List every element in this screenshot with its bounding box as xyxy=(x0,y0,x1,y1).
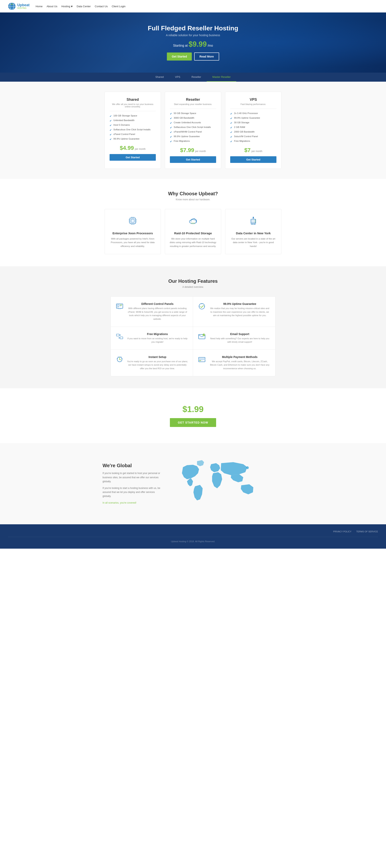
why-card-datacenter: Data Center in New York Our servers are … xyxy=(225,209,282,254)
feature-reseller-3: ✔ Create Unlimited Accounts xyxy=(170,121,216,124)
feature-reseller-7: ✔ Free Migrations xyxy=(170,140,216,143)
feature-title-3: Email Support xyxy=(209,333,270,336)
nav-datacenter[interactable]: Data Center xyxy=(76,5,91,8)
get-started-reseller[interactable]: Get Started xyxy=(170,156,216,163)
uptime-icon xyxy=(198,302,206,311)
navbar: Upbeat HOSTING Home About Us Hosting ▾ D… xyxy=(0,0,386,12)
feature-vps-2: ✔ 99.9% Uptime Guarantee xyxy=(230,117,277,120)
svg-rect-35 xyxy=(120,305,122,305)
why-section: Why Choose Upbeat? Know more about our h… xyxy=(0,179,386,266)
pricing-card-vps: VPS Fast blazing performance. ✔ 2x 3.40 … xyxy=(225,92,282,169)
feature-reseller-6: ✔ 99.9% Uptime Guarantee xyxy=(170,135,216,138)
why-card-title-1: Raid-10 Protected Storage xyxy=(169,231,217,235)
check-icon: ✔ xyxy=(230,140,232,143)
nav-login[interactable]: Client Login xyxy=(112,5,126,8)
nav-hosting[interactable]: Hosting ▾ xyxy=(61,4,72,8)
footer: PRIVACY POLICY TERMS OF SERVICE Upbeat H… xyxy=(0,524,386,549)
tab-shared[interactable]: Shared xyxy=(150,72,169,82)
feature-vps-3: ✔ 30 GB Storage xyxy=(230,121,277,124)
global-title: We're Global xyxy=(102,463,163,468)
cta-price: $1.99 xyxy=(8,404,378,414)
global-inner: We're Global If you're looking to get st… xyxy=(102,455,284,512)
check-icon: ✔ xyxy=(170,140,172,143)
feature-vps-6: ✔ SolusVM Control Panel xyxy=(230,135,277,138)
why-card-desc-2: Our servers are located in a state of th… xyxy=(229,237,277,248)
check-icon: ✔ xyxy=(109,133,112,136)
why-cards: Enterprise Xeon Processors With all pack… xyxy=(102,209,284,254)
tab-master-reseller[interactable]: Master Reseller xyxy=(207,72,236,82)
processor-icon xyxy=(109,215,157,228)
why-subtitle: Know more about our hardware. xyxy=(8,198,378,201)
price-prefix: Starting at xyxy=(173,44,188,47)
feature-uptime: 99.9% Uptime Guarantee We realize that y… xyxy=(193,297,275,327)
setup-icon xyxy=(116,355,124,364)
svg-rect-50 xyxy=(201,360,202,361)
feature-shared-4: ✔ Softaculous One Click Script Installs xyxy=(109,128,156,131)
cta-button[interactable]: GET STARTED NOW xyxy=(170,418,216,427)
card-subtitle-shared: We offer all you need to run your busine… xyxy=(109,103,156,108)
feature-vps-5: ✔ 2000 GB Bandwidth xyxy=(230,130,277,134)
feature-shared-6: ✔ 99.9% Uptime Guarantee xyxy=(109,137,156,141)
feature-title-4: Instant Setup xyxy=(127,355,188,359)
get-started-button[interactable]: Get Started xyxy=(167,53,192,61)
check-icon: ✔ xyxy=(230,121,232,124)
price-amount: $9.99 xyxy=(189,40,207,48)
features-subtitle: A detailed overview. xyxy=(8,286,378,288)
check-icon: ✔ xyxy=(170,135,172,138)
feature-vps-4: ✔ 2 GB RAM xyxy=(230,126,277,129)
global-link[interactable]: In all scenarios, you're covered! xyxy=(102,501,136,504)
hero-title: Full Fledged Reseller Hosting xyxy=(148,25,238,32)
check-icon: ✔ xyxy=(170,112,172,115)
global-desc-1: If you're looking to get started to host… xyxy=(102,471,163,484)
footer-privacy[interactable]: PRIVACY POLICY xyxy=(333,530,351,533)
tab-reseller[interactable]: Reseller xyxy=(186,72,207,82)
feature-reseller-5: ✔ cPanel/WHM Control Panel xyxy=(170,130,216,134)
get-started-vps[interactable]: Get Started xyxy=(230,156,277,163)
svg-point-45 xyxy=(203,334,205,336)
feature-desc-5: We accept PayPal, credit cards, Bitcoin,… xyxy=(209,360,270,370)
svg-rect-43 xyxy=(120,337,123,339)
feature-title-5: Multiple Payment Methods xyxy=(209,355,270,359)
svg-rect-40 xyxy=(119,308,121,309)
check-icon: ✔ xyxy=(109,128,112,131)
hero-content: Full Fledged Reseller Hosting A reliable… xyxy=(148,25,238,61)
check-icon: ✔ xyxy=(109,119,112,122)
nav-home[interactable]: Home xyxy=(36,5,43,8)
svg-point-28 xyxy=(255,220,256,220)
svg-rect-25 xyxy=(251,223,256,224)
feature-title-1: 99.9% Uptime Guarantee xyxy=(209,302,270,306)
check-icon: ✔ xyxy=(230,126,232,129)
feature-shared-2: ✔ Unlimited Bandwidth xyxy=(109,119,156,122)
price-vps: $7 per month xyxy=(230,147,277,153)
feature-vps-7: ✔ Free Migrations xyxy=(230,140,277,143)
get-started-shared[interactable]: Get Started xyxy=(109,154,156,161)
why-card-title-0: Enterprise Xeon Processors xyxy=(109,231,157,235)
control-panels-icon xyxy=(116,302,124,311)
svg-rect-48 xyxy=(199,359,205,360)
tab-vps[interactable]: VPS xyxy=(169,72,186,82)
svg-rect-36 xyxy=(120,306,121,306)
svg-rect-34 xyxy=(117,305,119,306)
chevron-down-icon: ▾ xyxy=(71,4,72,8)
logo-text: Upbeat xyxy=(17,3,30,7)
footer-tos[interactable]: TERMS OF SERVICE xyxy=(356,530,378,533)
feature-title-2: Free Migrations xyxy=(127,333,188,336)
read-more-button[interactable]: Read More xyxy=(194,53,219,61)
feature-shared-3: ✔ Host 5 Domains xyxy=(109,124,156,127)
card-title-reseller: Reseller xyxy=(170,97,216,102)
feature-desc-0: With different plans having different co… xyxy=(127,307,188,321)
features-section: Our Hosting Features A detailed overview… xyxy=(0,266,386,388)
pricing-card-reseller: Reseller Start expanding your reseller b… xyxy=(165,92,221,169)
payment-icon xyxy=(198,355,206,364)
why-card-desc-0: With all packages powered by Intel's Xeo… xyxy=(109,237,157,248)
svg-point-31 xyxy=(253,217,254,218)
global-text: We're Global If you're looking to get st… xyxy=(102,463,163,504)
svg-rect-49 xyxy=(199,360,201,361)
nav-contact[interactable]: Contact Us xyxy=(95,5,107,8)
check-icon: ✔ xyxy=(230,135,232,138)
svg-point-30 xyxy=(255,222,256,223)
global-desc-2: If you're looking to start a hosting bus… xyxy=(102,486,163,498)
hero-subtitle: A reliable solution for your hosting bus… xyxy=(148,34,238,37)
nav-about[interactable]: About Us xyxy=(46,5,57,8)
logo[interactable]: Upbeat HOSTING xyxy=(8,2,30,10)
